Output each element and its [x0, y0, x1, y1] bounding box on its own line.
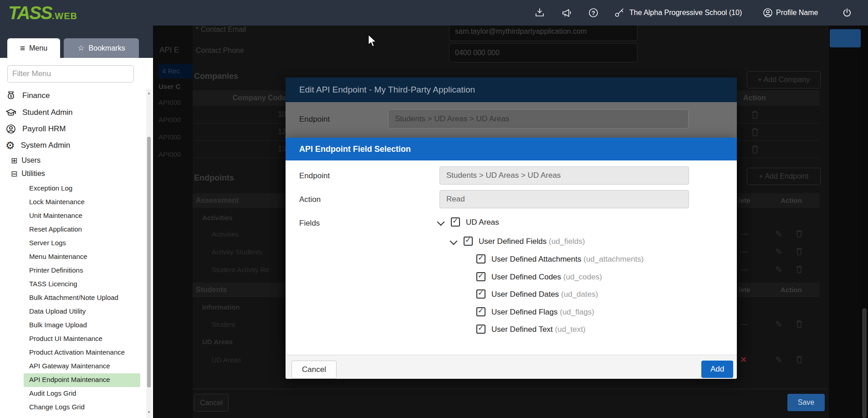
edit-pencil-icon: ✎: [775, 320, 782, 329]
scroll-down-arrow[interactable]: ▼: [147, 410, 151, 414]
endpoint-action-header: Action: [781, 196, 802, 204]
tass-logo[interactable]: TASS .WEB: [8, 3, 77, 23]
sidebar-item-data-upload[interactable]: Data Upload Utility: [29, 305, 143, 318]
endpoint-row: Activity Students: [212, 248, 262, 256]
power-icon[interactable]: [842, 7, 853, 18]
app-root: API E * Contact Email sam.taylor@mythird…: [0, 0, 868, 418]
endpoint-row: Assessment: [196, 196, 239, 205]
sidebar-item-bulk-image-upload[interactable]: Bulk Image Upload: [29, 319, 143, 331]
grad-cap-icon: [5, 107, 16, 118]
tab-menu[interactable]: ≡ Menu: [7, 38, 60, 58]
sidebar-item-exception-log[interactable]: Exception Log: [29, 182, 143, 195]
sidebar-item-change-logs-grid[interactable]: Change Logs Grid: [29, 401, 143, 413]
sidebar-group-users[interactable]: ⊞ Users: [11, 154, 143, 167]
sidebar-item-api-gateway[interactable]: API Gateway Maintenance: [29, 360, 143, 372]
chevron-down-icon[interactable]: [437, 218, 445, 226]
tree-node-leaf: User Defined Text (ud_text): [491, 325, 586, 334]
sidebar-item-server-logs[interactable]: Server Logs: [29, 237, 143, 249]
checkbox-checked[interactable]: ✓: [476, 307, 485, 316]
tree-node-leaf: User Defined Codes (ud_codes): [491, 273, 602, 282]
sidebar-item-product-activation[interactable]: Product Activation Maintenance: [29, 346, 143, 359]
checkmark-icon: ✓: [452, 217, 458, 225]
field-selection-header: API Endpoint Field Selection: [286, 138, 737, 160]
checkbox-checked[interactable]: ✓: [451, 217, 460, 227]
page-cancel-button: Cancel: [194, 394, 229, 412]
sidebar-scrollbar-thumb[interactable]: [147, 137, 151, 387]
endpoint-row: UD Areas: [212, 356, 241, 364]
grid-row: API000: [158, 150, 181, 158]
sidebar-item-finance[interactable]: $ Finance: [5, 89, 142, 103]
checkbox-checked[interactable]: ✓: [476, 272, 485, 281]
trash-icon: [795, 247, 803, 256]
sidebar-item-unit-maintenance[interactable]: Unit Maintenance: [29, 209, 143, 222]
endpoint-row: Student Activity Re: [212, 266, 269, 274]
endpoint-row: Student: [212, 320, 235, 328]
download-icon[interactable]: [534, 7, 545, 18]
help-icon[interactable]: ?: [588, 7, 599, 18]
sidebar-item-student-admin[interactable]: Student Admin: [5, 106, 142, 119]
edit-pencil-icon: ✎: [775, 230, 782, 238]
edit-pencil-icon: ✎: [775, 248, 782, 256]
sidebar-item-bulk-attachment[interactable]: Bulk Attachment/Note Upload: [29, 291, 143, 304]
chevron-down-icon[interactable]: [450, 237, 458, 245]
grid-row: API000: [158, 116, 181, 124]
sidebar-group-utilities[interactable]: ⊟ Utilities: [11, 167, 143, 180]
edit-pencil-icon: ✎: [775, 356, 782, 364]
field-selection-modal: API Endpoint Field Selection Endpoint St…: [286, 138, 737, 378]
delete-header-clipped: lete: [739, 196, 751, 204]
contact-phone-field: 0400 000 000: [449, 43, 638, 62]
sidebar-item-lock-maintenance[interactable]: Lock Maintenance: [29, 196, 143, 208]
cancel-button[interactable]: Cancel: [291, 361, 337, 379]
checkbox-checked[interactable]: ✓: [476, 289, 485, 299]
field-code: (ud_codes): [563, 273, 602, 281]
clipped-button-fragment: [830, 29, 861, 47]
endpoint-action-header: Action: [781, 286, 802, 294]
required-asterisk: *: [196, 26, 199, 33]
tab-bookmarks[interactable]: ☆ Bookmarks: [64, 38, 139, 58]
endpoint-row: Activities: [202, 214, 233, 222]
company-code-cell: 13: [214, 145, 286, 153]
field-code: (ud_fields): [549, 237, 585, 246]
add-button[interactable]: Add: [701, 361, 733, 378]
endpoint-field: Students > UD Areas > UD Areas: [439, 166, 689, 185]
megaphone-icon[interactable]: [562, 7, 572, 18]
checkmark-icon: ✓: [478, 324, 484, 332]
sidebar-item-tass-licencing[interactable]: TASS Licencing: [29, 278, 143, 290]
sidebar-item-api-endpoint-maintenance[interactable]: API Endpoint Maintenance: [29, 373, 143, 386]
profile-name[interactable]: Profile Name: [776, 9, 818, 17]
expand-plus-icon[interactable]: ⊞: [11, 157, 17, 165]
checkbox-checked[interactable]: ✓: [476, 325, 485, 334]
trash-icon: [751, 110, 760, 120]
sidebar-item-system-admin[interactable]: ⚙ System Admin: [5, 139, 142, 152]
sidebar-item-menu-maintenance[interactable]: Menu Maintenance: [29, 250, 143, 263]
endpoints-heading: Endpoints: [194, 173, 234, 183]
page-save-button: Save: [787, 394, 825, 411]
endpoint-row: UD Areas: [202, 338, 233, 346]
endpoint-row: Information: [202, 303, 240, 311]
trash-icon: [795, 265, 803, 274]
delete-x-icon: ×: [740, 355, 746, 365]
filter-menu-input[interactable]: [7, 65, 134, 83]
sidebar-item-reset-application[interactable]: Reset Application: [29, 223, 143, 236]
money-bag-icon: $: [5, 90, 16, 101]
checkmark-icon: ✓: [478, 306, 484, 315]
action-field: Read: [439, 190, 689, 208]
collapse-minus-icon[interactable]: ⊟: [11, 170, 17, 178]
checkbox-checked[interactable]: ✓: [476, 254, 485, 263]
sidebar-item-audit-logs-grid[interactable]: Audit Logs Grid: [29, 387, 143, 400]
checkmark-icon: ✓: [465, 236, 471, 244]
profile-icon[interactable]: [762, 7, 773, 18]
background-right-strip: [829, 26, 861, 418]
school-name[interactable]: The Alpha Progressive School (10): [629, 9, 742, 17]
sidebar-item-payroll-hrm[interactable]: Payroll HRM: [5, 122, 142, 136]
checkbox-checked[interactable]: ✓: [464, 237, 473, 246]
page-scrollbar-thumb[interactable]: [862, 308, 867, 418]
sidebar-item-product-ui[interactable]: Product UI Maintenance: [29, 332, 143, 345]
trash-icon: [751, 144, 760, 155]
tree-node-parent: User Defined Fields (ud_fields): [479, 237, 585, 246]
tree-node-leaf: User Defined Flags (ud_flags): [491, 308, 594, 317]
school-key-icon[interactable]: [614, 7, 625, 18]
sidebar-item-printer-definitions[interactable]: Printer Definitions: [29, 264, 143, 277]
hamburger-icon: ≡: [20, 43, 25, 53]
scroll-up-arrow[interactable]: ▲: [147, 91, 151, 95]
